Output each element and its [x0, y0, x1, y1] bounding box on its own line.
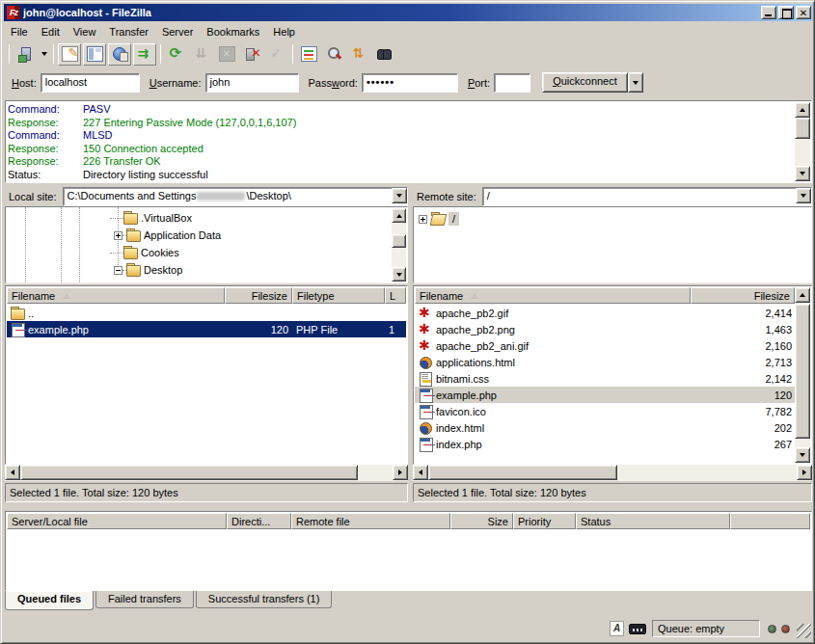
log-scroll-up-button[interactable]: [795, 102, 810, 118]
column-header-size[interactable]: Size: [450, 513, 513, 529]
queue-status: Queue: empty: [652, 620, 760, 637]
directory-comparison-button[interactable]: [322, 43, 345, 66]
filter-button[interactable]: [297, 43, 320, 66]
expander-plus-icon[interactable]: [419, 215, 427, 224]
resize-grip[interactable]: [797, 624, 811, 638]
local-scroll-left-button[interactable]: [5, 465, 20, 480]
tree-item-root[interactable]: /: [414, 210, 811, 228]
menu-bookmarks[interactable]: Bookmarks: [200, 24, 266, 40]
remote-scroll-down-button[interactable]: [795, 447, 810, 463]
column-header-lastmodified[interactable]: L: [385, 287, 406, 304]
file-row-parent-dir[interactable]: ..: [7, 305, 406, 321]
remote-vscrollbar-thumb[interactable]: [795, 304, 810, 439]
maximize-button[interactable]: [778, 6, 794, 19]
toggle-remote-tree-button[interactable]: [108, 43, 131, 66]
remote-hscrollbar[interactable]: [413, 465, 812, 481]
chevron-down-icon: [396, 194, 402, 198]
disconnect-button[interactable]: [240, 43, 263, 66]
menu-transfer[interactable]: Transfer: [102, 24, 155, 40]
file-row[interactable]: apache_pb2_ani.gif 2,160: [415, 337, 796, 354]
remote-scroll-up-button[interactable]: [795, 287, 810, 303]
tab-queued-files[interactable]: Queued files: [5, 591, 94, 610]
file-row-selected[interactable]: example.php 120: [415, 387, 796, 403]
cancel-operation-button[interactable]: [215, 43, 238, 66]
tab-failed-transfers[interactable]: Failed transfers: [95, 591, 194, 608]
file-row[interactable]: apache_pb2.png 1,463: [415, 321, 796, 337]
menu-view[interactable]: View: [67, 24, 103, 40]
local-hscrollbar[interactable]: [5, 465, 408, 481]
column-header-direction[interactable]: Directi...: [227, 513, 291, 529]
menu-server[interactable]: Server: [155, 24, 200, 40]
synchronized-browsing-button[interactable]: [347, 43, 370, 66]
tree-item-application-data[interactable]: Application Data: [6, 227, 407, 244]
local-tree-scroll-up-button[interactable]: [392, 208, 406, 223]
column-header-filename[interactable]: Filename: [415, 287, 691, 304]
remote-site-combobox[interactable]: /: [482, 187, 812, 206]
quickconnect-button[interactable]: Quickconnect: [542, 72, 628, 93]
message-log: Command:PASV Response:227 Entering Passi…: [5, 100, 812, 183]
column-header-filesize[interactable]: Filesize: [691, 287, 795, 304]
remote-scroll-right-button[interactable]: [797, 465, 812, 480]
column-header-filetype[interactable]: Filetype: [292, 287, 385, 304]
arrow-right-icon: [398, 470, 402, 475]
local-hscrollbar-thumb[interactable]: [20, 465, 358, 480]
column-header-status[interactable]: Status: [576, 513, 730, 529]
file-row-example-php[interactable]: example.php 120 PHP File 1: [7, 321, 406, 337]
log-scroll-down-button[interactable]: [795, 166, 810, 181]
file-row[interactable]: apache_pb2.gif 2,414: [415, 305, 796, 321]
remote-site-path[interactable]: /: [482, 187, 812, 206]
local-site-combobox[interactable]: C:\Documents and Settings\Desktop\: [63, 187, 408, 206]
username-input[interactable]: john: [205, 73, 299, 93]
local-tree-scrollbar-thumb[interactable]: [392, 234, 406, 248]
log-scrollbar-thumb[interactable]: [795, 118, 810, 139]
tree-item-desktop[interactable]: Desktop: [6, 261, 407, 279]
minimize-button[interactable]: [761, 6, 776, 19]
remote-site-dropdown-button[interactable]: [796, 188, 811, 203]
expander-minus-icon[interactable]: [114, 266, 122, 275]
tree-item-virtualbox[interactable]: .VirtualBox: [6, 209, 407, 227]
column-header-server-local-file[interactable]: Server/Local file: [7, 513, 227, 529]
css-file-icon: [419, 372, 433, 386]
process-queue-button[interactable]: [190, 43, 213, 66]
remote-hscrollbar-thumb[interactable]: [428, 465, 617, 480]
quickconnect-dropdown-button[interactable]: [628, 72, 643, 93]
tab-successful-transfers[interactable]: Successful transfers (1): [196, 591, 333, 608]
column-header-priority[interactable]: Priority: [513, 513, 576, 529]
site-manager-button[interactable]: [14, 43, 37, 66]
transfer-queue-icon: [137, 46, 153, 62]
menu-help[interactable]: Help: [266, 24, 302, 40]
file-row[interactable]: favicon.ico 7,782: [415, 403, 796, 419]
refresh-button[interactable]: [165, 43, 188, 66]
file-row[interactable]: applications.html 2,713: [415, 354, 796, 370]
toggle-transfer-queue-button[interactable]: [133, 43, 156, 66]
toggle-local-tree-button[interactable]: [83, 43, 106, 66]
column-header-filename[interactable]: Filename: [7, 287, 225, 304]
password-input[interactable]: ••••••: [362, 73, 458, 93]
tree-item-cookies[interactable]: Cookies: [6, 244, 407, 261]
find-files-button[interactable]: [372, 43, 395, 66]
column-header-remote-file[interactable]: Remote file: [291, 513, 450, 529]
reconnect-icon: [269, 46, 285, 62]
close-button[interactable]: [796, 6, 811, 19]
file-row[interactable]: index.php 267: [415, 436, 796, 452]
menu-edit[interactable]: Edit: [35, 24, 67, 40]
file-row[interactable]: bitnami.css 2,142: [415, 370, 796, 387]
arrow-left-icon: [419, 470, 422, 475]
remote-scroll-left-button[interactable]: [413, 465, 428, 480]
expander-plus-icon[interactable]: [114, 231, 122, 240]
maximize-icon: [779, 7, 793, 18]
menu-file[interactable]: File: [4, 24, 35, 40]
local-site-dropdown-button[interactable]: [392, 188, 407, 203]
site-manager-dropdown-button[interactable]: [38, 43, 50, 66]
column-header-filesize[interactable]: Filesize: [225, 287, 292, 304]
local-tree-scroll-down-button[interactable]: [392, 267, 406, 282]
file-row[interactable]: index.html 202: [415, 419, 796, 436]
local-site-path[interactable]: C:\Documents and Settings\Desktop\: [63, 187, 408, 206]
reconnect-button[interactable]: [265, 43, 288, 66]
port-input[interactable]: [494, 73, 530, 93]
arrow-down-icon: [800, 453, 805, 457]
toggle-message-log-button[interactable]: [58, 43, 81, 66]
arrow-left-icon: [11, 470, 14, 475]
host-input[interactable]: localhost: [41, 73, 140, 93]
local-scroll-right-button[interactable]: [393, 465, 408, 480]
